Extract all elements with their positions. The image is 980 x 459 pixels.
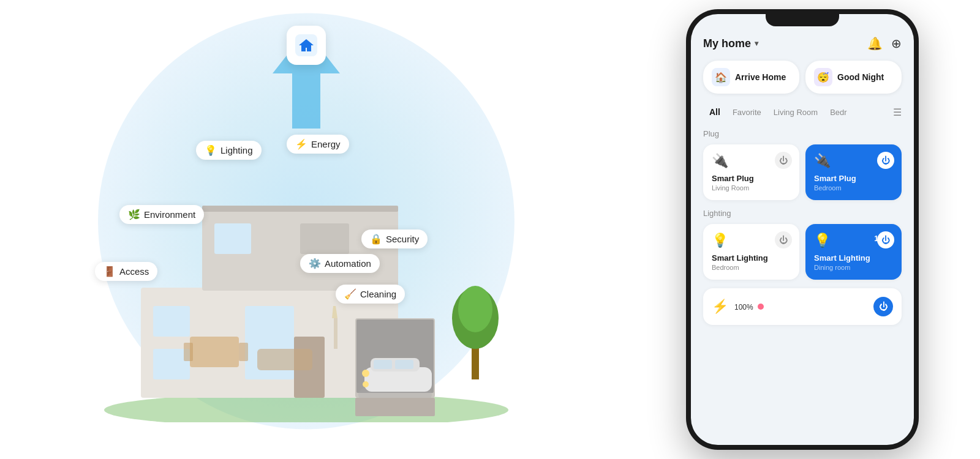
device-room-light-bedroom: Bedroom [712,264,791,271]
arrive-home-icon: 🏠 [712,68,730,86]
device-card-smart-plug-living[interactable]: 🔌 ⏻ Smart Plug Living Room [703,144,799,200]
add-icon[interactable]: ⊕ [891,36,902,51]
environment-icon: 🌿 [128,209,140,220]
label-environment[interactable]: 🌿 Environment [119,205,204,224]
pink-dot-indicator [758,304,764,310]
access-icon: 🚪 [104,266,116,277]
device-room-plug-bedroom: Bedroom [814,184,893,192]
home-title-text: My home [703,37,751,50]
bottom-device-icon: ⚡ [712,299,728,315]
good-night-icon: 😴 [814,68,832,86]
svg-rect-18 [395,360,413,369]
power-btn-plug-living[interactable]: ⏻ [775,152,792,169]
good-night-label: Good Night [837,72,884,82]
svg-rect-5 [202,206,398,212]
header-icons: 🔔 ⊕ [867,36,902,51]
tab-favorite[interactable]: Favorite [726,105,767,119]
device-name-plug-bedroom: Smart Plug [814,174,893,184]
power-btn-plug-bedroom[interactable]: ⏻ [877,152,894,169]
bottom-device-info: 100% [734,301,867,312]
phone-mockup: My home ▾ 🔔 ⊕ 🏠 Arrive Home 😴 [686,9,919,450]
tabs-row: All Favorite Living Room Bedr ☰ [703,105,902,119]
power-btn-light-bedroom[interactable]: ⏻ [775,231,792,248]
bell-icon[interactable]: 🔔 [867,36,883,51]
svg-rect-29 [334,318,337,349]
tab-more-icon[interactable]: ☰ [893,106,902,118]
device-card-lighting-dining[interactable]: 💡 100% ⏻ Smart Lighting Dining room [805,224,902,280]
svg-rect-12 [300,223,349,254]
label-access[interactable]: 🚪 Access [95,262,157,281]
bottom-device-pct: 100% [734,303,764,312]
plug-devices-grid: 🔌 ⏻ Smart Plug Living Room 🔌 ⏻ Smart Plu… [703,144,902,200]
svg-rect-25 [190,337,239,367]
svg-rect-27 [239,343,248,361]
energy-icon: ⚡ [295,138,307,150]
section-plug-label: Plug [703,129,902,138]
chevron-down-icon: ▾ [755,39,758,48]
phone-screen: My home ▾ 🔔 ⊕ 🏠 Arrive Home 😴 [691,14,914,445]
tab-all[interactable]: All [703,105,726,119]
scenes-row: 🏠 Arrive Home 😴 Good Night [703,61,902,94]
home-title-row[interactable]: My home ▾ [703,37,758,50]
label-cleaning[interactable]: 🧹 Cleaning [336,285,405,304]
svg-point-19 [362,370,369,377]
svg-rect-6 [153,306,190,337]
device-name-plug-living: Smart Plug [712,174,791,184]
arrive-home-label: Arrive Home [735,72,786,82]
cleaning-icon: 🧹 [344,288,356,300]
lighting-icon: 💡 [205,144,217,156]
home-icon-badge [287,26,326,65]
light-icon-dining: 💡 [814,233,831,248]
svg-rect-11 [214,223,251,254]
power-btn-light-dining[interactable]: ⏻ [877,231,894,248]
automation-icon: ⚙️ [309,258,321,269]
house-section: 💡 Lighting ⚡ Energy 🌿 Environment 🔒 Secu… [0,0,612,459]
phone-notch [766,9,839,26]
svg-rect-26 [184,343,193,361]
label-automation[interactable]: ⚙️ Automation [300,254,380,273]
security-icon: 🔒 [370,233,382,245]
label-energy[interactable]: ⚡ Energy [287,135,349,154]
label-security[interactable]: 🔒 Security [361,230,428,248]
device-name-light-bedroom: Smart Lighting [712,253,791,264]
section-lighting-label: Lighting [703,209,902,218]
power-btn-bottom[interactable]: ⏻ [873,297,893,316]
svg-rect-17 [374,360,392,369]
scene-good-night[interactable]: 😴 Good Night [805,61,902,94]
svg-rect-28 [257,349,312,370]
bottom-device-card[interactable]: ⚡ 100% ⏻ [703,288,902,325]
scene-arrive-home[interactable]: 🏠 Arrive Home [703,61,799,94]
phone-section: My home ▾ 🔔 ⊕ 🏠 Arrive Home 😴 [625,0,980,459]
device-room-light-dining: Dining room [814,264,893,271]
tab-bedroom[interactable]: Bedr [824,105,853,119]
device-name-light-dining: Smart Lighting [814,253,893,264]
label-lighting[interactable]: 💡 Lighting [196,141,262,160]
device-card-lighting-bedroom[interactable]: 💡 ⏻ Smart Lighting Bedroom [703,224,799,280]
device-card-smart-plug-bedroom[interactable]: 🔌 ⏻ Smart Plug Bedroom [805,144,902,200]
device-room-plug-living: Living Room [712,184,791,192]
svg-rect-24 [355,398,435,416]
lighting-devices-grid: 💡 ⏻ Smart Lighting Bedroom 💡 100% [703,224,902,280]
screen-header: My home ▾ 🔔 ⊕ [703,36,902,51]
tab-living-room[interactable]: Living Room [767,105,824,119]
svg-point-23 [458,286,492,332]
svg-point-20 [363,381,369,387]
